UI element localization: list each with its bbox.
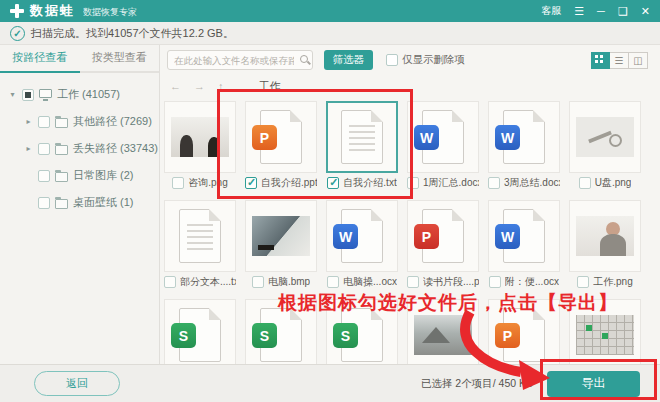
back-button[interactable]: 返回 [34,371,120,396]
file-tile[interactable]: S [326,299,398,364]
minimize-icon[interactable]: ─ [597,6,605,17]
maximize-icon[interactable]: ❑ [618,6,628,17]
bottom-bar: 返回 已选择 2个项目/ 450 KB 导出 [0,364,660,402]
tab-view-by-path[interactable]: 按路径查看 [0,45,80,73]
image-thumbnail [576,216,634,256]
file-tile[interactable]: 电脑.bmp [245,200,317,291]
tree-item-lost-paths[interactable]: ▸ 丢失路径 (33743) [0,135,159,162]
file-checkbox[interactable] [407,276,419,288]
app-title: 数据蛙 [30,2,75,20]
file-tile[interactable]: W 附：便...ocx [488,200,560,291]
search-icon [300,55,308,63]
file-checkbox[interactable] [164,276,176,288]
toolbar: 筛选器 仅显示删除项 ☰ ◫ [160,45,660,75]
file-checkbox[interactable] [327,177,339,189]
support-link[interactable]: 客服 [541,4,561,18]
file-thumb: W [488,200,560,272]
filter-button[interactable]: 筛选器 [324,50,373,70]
file-tile[interactable]: 咨询.png [164,101,236,192]
file-name: 读书片段....pdf [423,275,479,289]
tree-item-work[interactable]: ▾ 工作 (41057) [0,81,159,108]
file-name: 工作.png [593,275,632,289]
nav-back-icon[interactable]: ← [170,80,181,92]
tree-checkbox[interactable] [38,170,50,182]
file-thumb: W [488,101,560,173]
file-tile[interactable]: S [245,299,317,364]
file-name: 电脑操...ocx [343,275,397,289]
file-checkbox[interactable] [577,276,589,288]
file-thumb: P [488,299,560,364]
file-checkbox[interactable] [489,276,501,288]
file-tile[interactable]: P [488,299,560,364]
file-tile[interactable]: 自我介绍.txt [326,101,398,192]
file-tile[interactable]: U盘.png [569,101,641,192]
file-tile[interactable]: S [164,299,236,364]
deleted-only-label: 仅显示删除项 [402,53,465,67]
tree-item-daily-gallery[interactable]: 日常图库 (2) [0,162,159,189]
image-thumbnail [414,315,472,355]
chevron-right-icon[interactable]: ▸ [24,144,33,153]
file-tile[interactable]: 部分文本....txt [164,200,236,291]
tree-item-label: 日常图库 (2) [73,168,134,183]
deleted-only-checkbox[interactable] [386,54,398,66]
file-thumb [569,200,641,272]
file-thumb: S [164,299,236,364]
check-circle-icon: ✓ [10,26,25,41]
docx-icon: W [503,110,545,164]
tree-item-other-paths[interactable]: ▸ 其他路径 (7269) [0,108,159,135]
selection-summary: 已选择 2个项目/ 450 KB [421,377,533,391]
file-checkbox[interactable] [407,177,419,189]
folder-tree: ▾ 工作 (41057) ▸ 其他路径 (7269) ▸ 丢失路径 (33743… [0,73,159,216]
file-thumb: W [326,200,398,272]
folder-icon [55,172,68,182]
file-tile[interactable]: W 1周汇总.docx [407,101,479,192]
tree-item-label: 其他路径 (7269) [73,114,152,129]
nav-up-icon[interactable]: ↑ [218,80,224,92]
file-name: 部分文本....txt [180,275,236,289]
file-checkbox[interactable] [245,177,257,189]
list-view-button[interactable]: ☰ [610,52,629,69]
tree-checkbox[interactable] [22,89,34,101]
file-tile[interactable] [407,299,479,364]
menu-icon[interactable]: ☰ [574,6,584,17]
file-checkbox[interactable] [327,276,339,288]
tree-checkbox[interactable] [38,116,50,128]
export-button[interactable]: 导出 [547,371,640,397]
file-checkbox[interactable] [579,177,591,189]
docx-icon: W [341,209,383,263]
file-badge: P [252,125,277,150]
file-tile[interactable]: 工作.png [569,200,641,291]
nav-forward-icon[interactable]: → [194,80,205,92]
grid-view-button[interactable] [591,52,610,69]
search-input[interactable] [167,50,313,70]
file-tile[interactable]: P 自我介绍.pptx [245,101,317,192]
file-thumb: S [245,299,317,364]
tab-view-by-type[interactable]: 按类型查看 [80,45,160,71]
preview-view-button[interactable]: ◫ [629,52,648,69]
file-checkbox[interactable] [488,177,500,189]
file-name: 自我介绍.txt [343,176,396,190]
pdf-icon: P [422,209,464,263]
file-tile[interactable] [569,299,641,364]
file-checkbox[interactable] [252,276,264,288]
tree-checkbox[interactable] [38,143,50,155]
close-icon[interactable]: ✕ [641,6,650,17]
file-thumb [326,101,398,173]
file-badge: W [495,224,520,249]
file-checkbox[interactable] [172,177,184,189]
file-badge: S [252,323,277,348]
file-tile[interactable]: P 读书片段....pdf [407,200,479,291]
show-deleted-only-toggle[interactable]: 仅显示删除项 [386,53,465,67]
chevron-down-icon[interactable]: ▾ [8,90,17,99]
file-badge: W [495,125,520,150]
tree-checkbox[interactable] [38,197,50,209]
navigation-row: ← → ↑ 工作 [160,75,660,97]
tree-item-desktop-wallpaper[interactable]: 桌面壁纸 (1) [0,189,159,216]
chevron-right-icon[interactable]: ▸ [24,117,33,126]
file-thumb: P [407,200,479,272]
file-thumb [569,299,641,364]
file-tile[interactable]: W 3周总结.docx [488,101,560,192]
scan-status-text: 扫描完成。找到41057个文件共12.2 GB。 [31,26,234,41]
file-tile[interactable]: W 电脑操...ocx [326,200,398,291]
file-badge: W [414,125,439,150]
